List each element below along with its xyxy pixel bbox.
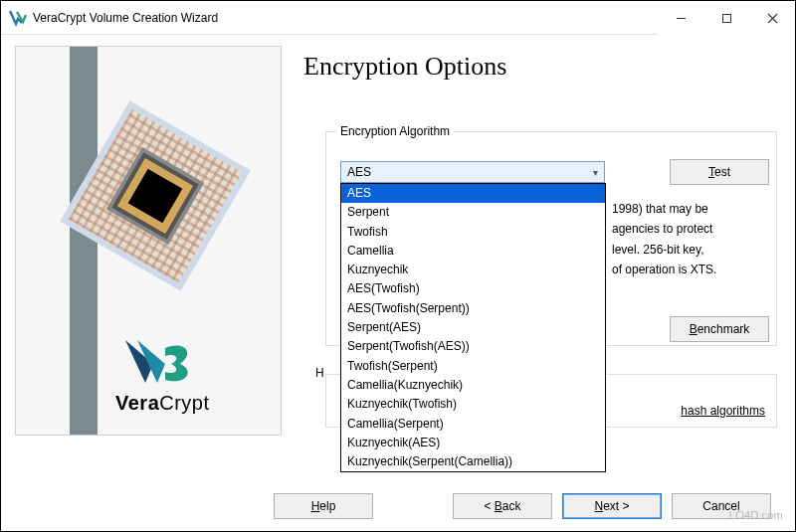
help-button[interactable]: Help [274, 493, 373, 519]
algorithm-option[interactable]: Serpent [341, 203, 605, 222]
page-title: Encryption Options [303, 52, 781, 82]
titlebar: VeraCrypt Volume Creation Wizard [1, 1, 795, 35]
app-icon [9, 9, 27, 27]
benchmark-button[interactable]: Benchmark [670, 316, 769, 342]
encryption-algorithm-select[interactable]: AES ▾ [340, 161, 605, 183]
next-button[interactable]: Next > [562, 493, 662, 519]
minimize-button[interactable] [658, 1, 703, 35]
wizard-banner: VeraCrypt [15, 46, 282, 436]
watermark: LO4D.com [729, 509, 783, 521]
algorithm-option[interactable]: Camellia(Serpent) [341, 415, 605, 434]
algorithm-option[interactable]: AES(Twofish) [341, 279, 605, 298]
test-button[interactable]: Test [670, 159, 769, 185]
algorithm-option[interactable]: Twofish [341, 223, 605, 242]
hash-algorithms-link[interactable]: hash algorithms [681, 404, 765, 418]
algorithm-option[interactable]: AES(Twofish(Serpent)) [341, 299, 605, 318]
window-title: VeraCrypt Volume Creation Wizard [33, 11, 218, 25]
algorithm-option[interactable]: Camellia [341, 242, 605, 261]
algorithm-option[interactable]: Twofish(Serpent) [341, 357, 605, 376]
veracrypt-logo: VeraCrypt [115, 338, 210, 415]
chevron-down-icon: ▾ [593, 167, 598, 178]
algorithm-option[interactable]: Kuznyechik(AES) [341, 434, 605, 452]
encryption-algorithm-dropdown[interactable]: AESSerpentTwofishCamelliaKuznyechikAES(T… [340, 183, 606, 472]
back-button[interactable]: < Back [453, 493, 552, 519]
algorithm-option[interactable]: Serpent(Twofish(AES)) [341, 337, 605, 356]
maximize-button[interactable] [703, 1, 749, 35]
encryption-selected-value: AES [347, 165, 371, 179]
close-button[interactable] [749, 1, 795, 35]
algorithm-option[interactable]: AES [341, 184, 605, 203]
svg-rect-1 [722, 14, 730, 22]
algorithm-description: 1998) that may be agencies to protect le… [612, 199, 779, 280]
algorithm-option[interactable]: Camellia(Kuznyechik) [341, 376, 605, 395]
hash-label-fragment: H [315, 366, 324, 380]
encryption-group-label: Encryption Algorithm [336, 124, 454, 138]
algorithm-option[interactable]: Kuznyechik [341, 261, 605, 279]
algorithm-option[interactable]: Kuznyechik(Serpent(Camellia)) [341, 452, 605, 471]
algorithm-option[interactable]: Serpent(AES) [341, 318, 605, 337]
algorithm-option[interactable]: Kuznyechik(Twofish) [341, 395, 605, 414]
